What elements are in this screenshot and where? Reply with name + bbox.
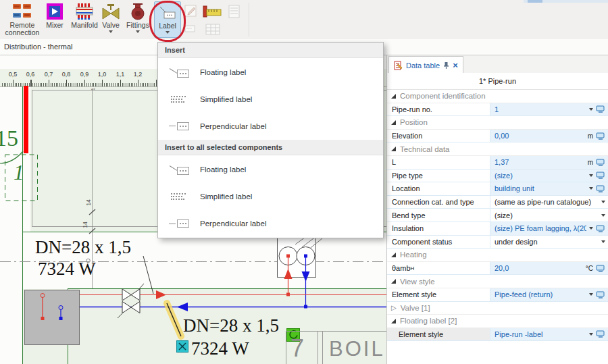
monitor-icon[interactable] <box>596 105 605 113</box>
manifold-button[interactable]: Manifold <box>69 1 100 33</box>
dimension-value: 14 <box>85 199 92 206</box>
remote-connection-button[interactable]: Remote connection <box>3 1 42 36</box>
floating-label-icon <box>168 163 191 176</box>
property-value[interactable]: (size) <box>495 211 599 219</box>
collapse-icon[interactable] <box>391 319 396 323</box>
pipe-label2-power[interactable]: 7324 W <box>191 338 249 359</box>
collapse-icon[interactable] <box>391 279 396 284</box>
section-valve[interactable]: ▷Valve [1] <box>387 302 608 315</box>
label-button[interactable]: Label <box>154 1 181 38</box>
room7-number: 7 <box>290 334 304 362</box>
monitor-icon[interactable] <box>596 159 605 166</box>
edit-label-icon[interactable] <box>184 4 199 22</box>
dropdown-arrow-icon[interactable] <box>601 214 605 217</box>
monitor-icon[interactable] <box>596 172 605 179</box>
expand-icon[interactable]: ▷ <box>391 304 397 311</box>
property-label: Component status <box>392 238 452 246</box>
window-chrome-accent <box>528 0 542 3</box>
unit-label: m <box>588 132 593 140</box>
property-value[interactable]: (size) PE foam lagging, λ(20°C) <box>495 224 586 232</box>
property-row-bend-type[interactable]: Bend type (size) <box>387 209 608 222</box>
property-row-length[interactable]: L 1,37m <box>387 156 608 170</box>
section-label: Component identification <box>400 92 486 100</box>
property-row-floating-label-style[interactable]: Element style Pipe-run -label <box>387 328 608 342</box>
property-row-element-style[interactable]: Element style Pipe-feed (return) <box>387 288 608 302</box>
property-label: Element style <box>392 290 436 298</box>
property-value[interactable]: 0,00 <box>495 132 585 140</box>
dropdown-arrow-icon[interactable] <box>589 187 593 190</box>
section-position[interactable]: Position <box>387 116 608 130</box>
collapse-icon[interactable] <box>391 147 396 151</box>
property-value[interactable]: Pipe-feed (return) <box>495 290 586 298</box>
menu-item-perpendicular-label[interactable]: Perpendicular label <box>158 112 383 140</box>
boiler-block[interactable] <box>25 290 80 345</box>
pin-icon[interactable] <box>443 61 449 70</box>
dropdown-arrow-icon[interactable] <box>589 108 593 111</box>
ribbon-toolbar: Remote connection Mixer <box>0 0 608 39</box>
property-row-pipe-run-no[interactable]: Pipe-run no. 1 <box>387 103 608 117</box>
monitor-icon[interactable] <box>596 185 605 192</box>
monitor-icon[interactable] <box>596 330 605 338</box>
collapse-icon[interactable] <box>391 120 396 125</box>
small-label-icon[interactable] <box>184 23 197 38</box>
dropdown-arrow-icon[interactable] <box>589 227 593 230</box>
menu-item-floating-label-all[interactable]: Floating label <box>158 155 383 184</box>
monitor-icon[interactable] <box>596 265 605 272</box>
property-row-component-status[interactable]: Component status under design <box>387 236 608 249</box>
table-grid-icon[interactable] <box>205 23 221 39</box>
fittings-dropdown-arrow-icon[interactable] <box>136 30 140 33</box>
dropdown-section-header: Insert <box>158 43 383 58</box>
ruler-label: 0,6 <box>24 71 36 78</box>
dropdown-arrow-icon[interactable] <box>589 174 593 177</box>
pipe-label1-power[interactable]: 7324 W <box>38 259 96 279</box>
property-value[interactable]: under design <box>495 238 599 246</box>
collapse-icon[interactable] <box>391 94 396 99</box>
fittings-button[interactable]: Fittings <box>123 1 153 33</box>
monitor-icon[interactable] <box>596 132 605 140</box>
valve-dropdown-arrow-icon[interactable] <box>109 30 113 33</box>
property-value[interactable]: Pipe-run -label <box>495 330 586 338</box>
property-value[interactable]: 1 <box>495 105 586 113</box>
property-value[interactable]: building unit <box>495 184 586 192</box>
dropdown-arrow-icon[interactable] <box>601 201 605 203</box>
property-row-connection-type[interactable]: Connection cat. and type (same as pipe-r… <box>387 196 608 209</box>
section-view-style[interactable]: View style <box>387 275 608 288</box>
property-row-location[interactable]: Location building unit <box>387 182 608 196</box>
data-table-tab[interactable]: Data table × <box>388 56 463 74</box>
section-component-identification[interactable]: Component identification <box>387 90 608 103</box>
property-value[interactable]: (size) <box>495 172 586 180</box>
ruler-label: 1,1 <box>114 71 126 78</box>
section-heating[interactable]: Heating <box>387 249 608 262</box>
property-value[interactable]: 20,0 <box>495 264 583 272</box>
monitor-icon[interactable] <box>596 225 605 232</box>
document-tab-distribution-thermal[interactable]: Distribution - thermal <box>0 43 72 51</box>
property-row-theta-amb[interactable]: θambH 20,0°C <box>387 262 608 276</box>
selected-wall-highlight[interactable] <box>24 86 28 153</box>
monitor-icon[interactable] <box>596 291 605 298</box>
mixer-button[interactable]: Mixer <box>42 1 68 29</box>
property-value[interactable]: (same as pipe-run catalogue) <box>495 198 599 206</box>
dropdown-arrow-icon[interactable] <box>601 240 605 243</box>
menu-item-perpendicular-label-all[interactable]: Perpendicular label <box>158 209 383 238</box>
property-row-elevation[interactable]: Elevation 0,00m <box>387 130 608 143</box>
menu-item-simplified-label[interactable]: Simplified label <box>158 86 383 112</box>
property-row-insulation[interactable]: Insulation (size) PE foam lagging, λ(20°… <box>387 222 608 236</box>
close-icon[interactable]: × <box>453 62 458 69</box>
dropdown-arrow-icon[interactable] <box>589 293 593 296</box>
list-table-icon[interactable] <box>227 4 242 22</box>
pipe-label2-dn[interactable]: DN=28 x 1,5 <box>183 315 279 336</box>
valve-button[interactable]: Valve <box>99 1 123 33</box>
menu-item-floating-label[interactable]: Floating label <box>158 58 383 86</box>
section-technical-data[interactable]: Technical data <box>387 142 608 156</box>
label-dropdown-arrow-icon[interactable] <box>166 31 170 34</box>
dropdown-arrow-icon[interactable] <box>589 333 593 336</box>
manifold-icon <box>75 1 94 22</box>
manifold-label: Manifold <box>71 22 98 29</box>
collapse-icon[interactable] <box>391 253 396 257</box>
pipe-label1-dn[interactable]: DN=28 x 1,5 <box>35 237 131 257</box>
menu-item-simplified-label-all[interactable]: Simplified label <box>158 184 383 209</box>
ruler-tool-icon[interactable] <box>202 4 222 22</box>
property-value[interactable]: 1,37 <box>495 158 585 166</box>
property-row-pipe-type[interactable]: Pipe type (size) <box>387 170 608 183</box>
section-floating-label[interactable]: Floating label [2] <box>387 315 608 328</box>
